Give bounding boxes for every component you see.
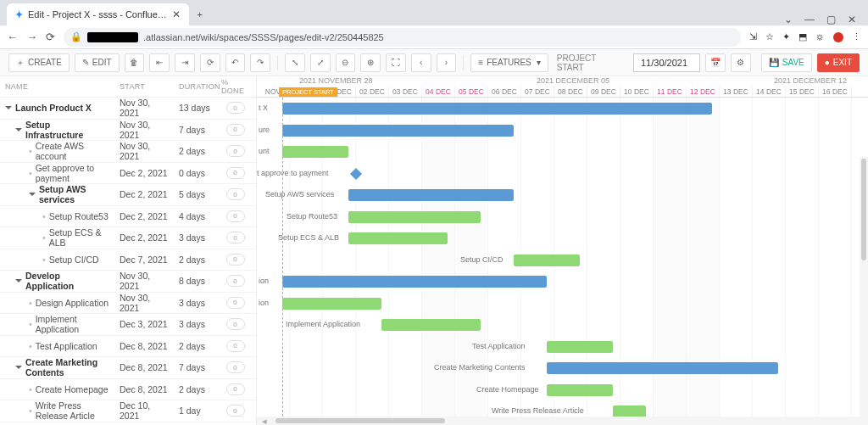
day-header[interactable]: 02 DEC: [356, 87, 389, 97]
task-done[interactable]: 0: [216, 98, 254, 119]
done-pill[interactable]: 0: [226, 167, 245, 179]
close-icon[interactable]: ✕: [172, 8, 181, 20]
col-done[interactable]: % DONE: [216, 76, 254, 97]
ext-icon-2[interactable]: ✦: [782, 31, 790, 42]
day-header[interactable]: 08 DEC: [554, 87, 587, 97]
task-name-cell[interactable]: •Design Application: [0, 293, 114, 314]
col-duration[interactable]: DURATION: [174, 76, 216, 97]
task-name-cell[interactable]: •Get approve to payment: [0, 163, 114, 184]
features-dropdown[interactable]: ≡FEATURES▾: [470, 53, 548, 72]
gantt-body[interactable]: t XureuntGet approve to paymentSetup AWS…: [257, 98, 868, 417]
task-done[interactable]: 0: [216, 249, 254, 271]
task-start[interactable]: Dec 2, 2021: [114, 206, 174, 227]
group-bar[interactable]: [282, 276, 547, 288]
fit-button[interactable]: ⛶: [386, 53, 406, 72]
next-button[interactable]: ›: [437, 53, 457, 72]
horizontal-scrollbar[interactable]: ◂: [257, 417, 868, 425]
forward-button[interactable]: →: [26, 31, 37, 43]
task-start[interactable]: Dec 8, 2021: [114, 357, 174, 378]
task-duration[interactable]: 7 days: [174, 357, 216, 378]
task-duration[interactable]: 3 days: [174, 227, 216, 249]
task-row[interactable]: •Create AWS accountNov 30, 20212 days0: [0, 141, 256, 163]
task-name-cell[interactable]: Develop Application: [0, 271, 114, 292]
task-duration[interactable]: 3 days: [174, 314, 216, 335]
minimize-button[interactable]: —: [804, 14, 815, 25]
day-header[interactable]: 05 DEC: [455, 87, 488, 97]
task-duration[interactable]: 5 days: [174, 184, 216, 205]
reload-button[interactable]: ⟳: [46, 31, 55, 43]
caret-icon[interactable]: [15, 128, 22, 131]
task-duration[interactable]: 2 days: [174, 249, 216, 271]
task-row[interactable]: Develop ApplicationNov 30, 20218 days0: [0, 271, 256, 293]
back-button[interactable]: ←: [7, 31, 18, 43]
task-row[interactable]: •Create HomepageDec 8, 20212 days0: [0, 379, 256, 401]
task-row[interactable]: •Write Press Release ArticleDec 10, 2021…: [0, 400, 256, 422]
task-row[interactable]: Launch Product XNov 30, 202113 days0: [0, 98, 256, 120]
task-start[interactable]: Dec 2, 2021: [114, 163, 174, 184]
scroll-thumb[interactable]: [275, 418, 445, 423]
task-row[interactable]: •Test ApplicationDec 8, 20212 days0: [0, 336, 256, 358]
done-pill[interactable]: 0: [226, 383, 245, 395]
maximize-button[interactable]: ▢: [826, 14, 836, 25]
day-header[interactable]: 13 DEC: [720, 87, 753, 97]
gantt-row[interactable]: Setup Route53: [257, 206, 868, 228]
task-done[interactable]: 0: [216, 314, 254, 335]
caret-icon[interactable]: [29, 193, 36, 196]
done-pill[interactable]: 0: [226, 405, 245, 417]
day-header[interactable]: 09 DEC: [587, 87, 620, 97]
settings-button[interactable]: ⚙: [731, 53, 751, 72]
day-header[interactable]: 11 DEC: [654, 87, 687, 97]
close-button[interactable]: ✕: [848, 14, 856, 25]
zoom-out-button[interactable]: ⊖: [336, 53, 356, 72]
gantt-row[interactable]: t X: [257, 98, 868, 120]
menu-icon[interactable]: ⋮: [852, 31, 861, 42]
task-start[interactable]: Dec 7, 2021: [114, 249, 174, 271]
gantt-row[interactable]: Get approve to payment: [257, 163, 868, 185]
done-pill[interactable]: 0: [226, 232, 245, 243]
task-start[interactable]: Dec 10, 2021: [114, 400, 174, 422]
task-done[interactable]: 0: [216, 336, 254, 357]
task-bar[interactable]: [282, 146, 348, 158]
task-name-cell[interactable]: Launch Product X: [0, 98, 114, 119]
day-header[interactable]: 12 DEC: [687, 87, 720, 97]
task-start[interactable]: Nov 30, 2021: [114, 293, 174, 314]
day-header[interactable]: 10 DEC: [620, 87, 654, 97]
task-name-cell[interactable]: •Create Homepage: [0, 379, 114, 400]
task-row[interactable]: Create Marketing ContentsDec 8, 20217 da…: [0, 357, 256, 379]
task-done[interactable]: 0: [216, 271, 254, 292]
gantt-row[interactable]: ion: [257, 293, 868, 315]
task-done[interactable]: 0: [216, 357, 254, 378]
done-pill[interactable]: 0: [226, 361, 245, 373]
task-duration[interactable]: 8 days: [174, 271, 216, 292]
task-duration[interactable]: 2 days: [174, 379, 216, 400]
gantt-row[interactable]: Write Press Release Article: [257, 400, 868, 417]
day-header[interactable]: 16 DEC: [819, 87, 852, 97]
task-start[interactable]: Dec 8, 2021: [114, 379, 174, 400]
task-done[interactable]: 0: [216, 141, 254, 162]
project-start-date-input[interactable]: 11/30/2021: [633, 53, 700, 72]
gantt-row[interactable]: Create Marketing Contents: [257, 357, 868, 379]
caret-icon[interactable]: [5, 106, 12, 109]
group-bar[interactable]: [348, 189, 514, 201]
gantt-row[interactable]: ure: [257, 120, 868, 142]
task-bar[interactable]: [547, 341, 613, 353]
task-start[interactable]: Dec 3, 2021: [114, 314, 174, 335]
task-done[interactable]: 0: [216, 400, 254, 422]
task-row[interactable]: •Design ApplicationNov 30, 20213 days0: [0, 293, 256, 315]
task-start[interactable]: Dec 2, 2021: [114, 227, 174, 249]
caret-icon[interactable]: [15, 366, 22, 369]
task-row[interactable]: •Setup ECS & ALBDec 2, 20213 days0: [0, 227, 256, 249]
star-icon[interactable]: ☆: [765, 31, 774, 42]
refresh-button[interactable]: ⟳: [200, 53, 220, 72]
expand-button[interactable]: ⤢: [310, 53, 331, 72]
group-bar[interactable]: [547, 362, 778, 374]
done-pill[interactable]: 0: [226, 102, 245, 114]
task-done[interactable]: 0: [216, 120, 254, 141]
task-done[interactable]: 0: [216, 163, 254, 184]
group-bar[interactable]: [282, 103, 712, 115]
gantt-row[interactable]: Create Homepage: [257, 379, 868, 401]
task-bar[interactable]: [381, 319, 481, 331]
task-duration[interactable]: 1 day: [174, 400, 216, 422]
task-bar[interactable]: [514, 254, 580, 266]
calendar-button[interactable]: 📅: [705, 53, 726, 72]
